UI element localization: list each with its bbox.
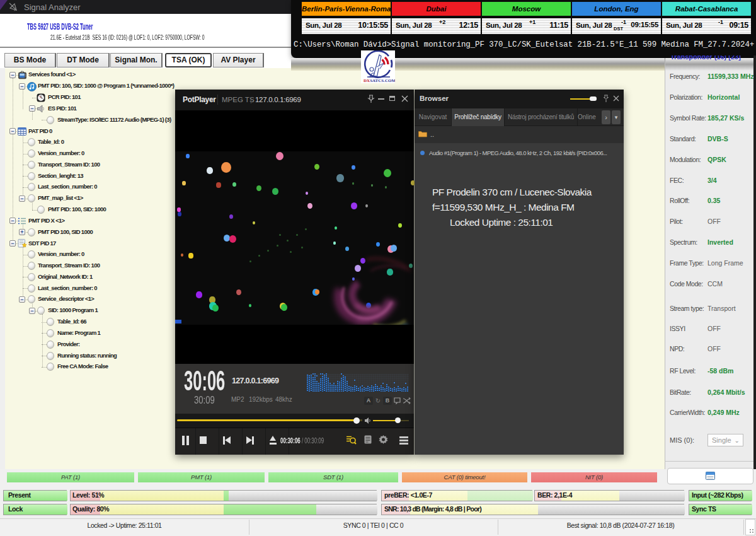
svg-text:DXSATCS.COM: DXSATCS.COM	[364, 78, 395, 83]
